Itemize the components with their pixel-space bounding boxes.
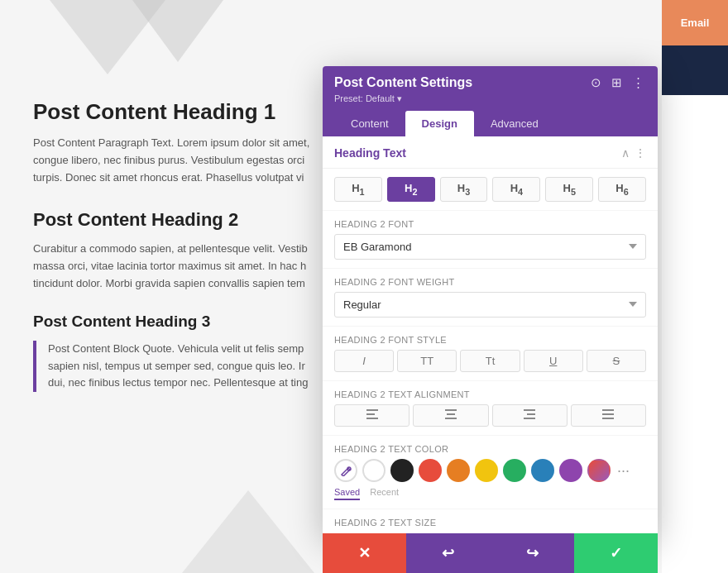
color-swatch-white[interactable]: [362, 459, 386, 482]
font-weight-field-group: Heading 2 Font Weight Regular Bold Light: [323, 269, 658, 327]
text-alignment-label: Heading 2 Text Alignment: [334, 389, 646, 399]
section-title: Heading Text: [334, 146, 406, 160]
tab-advanced[interactable]: Advanced: [474, 111, 555, 136]
style-btn-italic[interactable]: I: [334, 350, 394, 372]
style-btn-strikethrough[interactable]: S: [587, 350, 646, 372]
heading-level-tabs: H1 H2 H3 H4 H5 H6: [323, 169, 658, 211]
sidebar-navy-block: [662, 45, 728, 95]
heading-tab-h1[interactable]: H1: [334, 177, 382, 202]
sidebar-email-button[interactable]: Email: [662, 0, 728, 45]
svg-rect-0: [366, 409, 378, 411]
font-weight-select[interactable]: Regular Bold Light: [334, 292, 646, 318]
font-style-buttons: I TT Tt U S: [334, 350, 646, 372]
triangle-decoration-3: [182, 490, 314, 573]
svg-rect-5: [445, 418, 457, 419]
text-size-label: Heading 2 Text Size: [334, 518, 646, 528]
page-heading-3: Post Content Heading 3: [33, 313, 314, 331]
text-alignment-field-group: Heading 2 Text Alignment: [323, 381, 658, 436]
svg-rect-4: [447, 413, 455, 415]
panel-title: Post Content Settings: [334, 75, 472, 90]
panel-tabs: Content Design Advanced: [334, 111, 646, 136]
redo-button[interactable]: ↪: [491, 533, 574, 573]
heading-tab-h3[interactable]: H3: [440, 177, 488, 202]
color-swatch-red[interactable]: [419, 459, 442, 482]
heading-tab-h6[interactable]: H6: [598, 177, 646, 202]
heading-tab-h5[interactable]: H5: [545, 177, 593, 202]
svg-rect-6: [524, 409, 535, 411]
svg-rect-1: [366, 413, 375, 415]
color-section: Heading 2 Text Color ···: [323, 436, 658, 509]
align-btn-right[interactable]: [492, 404, 568, 427]
svg-rect-9: [602, 409, 614, 411]
color-swatch-green[interactable]: [503, 459, 526, 482]
svg-rect-8: [524, 418, 535, 419]
color-swatch-blue[interactable]: [531, 459, 554, 482]
color-swatch-orange[interactable]: [447, 459, 470, 482]
panel-icon-settings[interactable]: ⊙: [589, 74, 603, 90]
color-tab-recent[interactable]: Recent: [370, 487, 399, 500]
tab-content[interactable]: Content: [334, 111, 405, 136]
align-btn-center[interactable]: [413, 404, 488, 427]
color-tabs: Saved Recent: [334, 487, 646, 500]
page-content-area: Post Content Heading 1 Post Content Para…: [17, 83, 331, 417]
style-btn-underline[interactable]: U: [524, 350, 583, 372]
page-paragraph-1: Post Content Paragraph Text. Lorem ipsum…: [33, 135, 314, 186]
panel-header-top: Post Content Settings ⊙ ⊞ ⋮: [334, 74, 646, 90]
page-heading-2: Post Content Heading 2: [33, 209, 314, 231]
font-select[interactable]: EB Garamond Arial Georgia: [334, 234, 646, 260]
panel-icon-more[interactable]: ⋮: [630, 74, 646, 90]
section-controls: ∧ ⋮: [621, 146, 646, 160]
heading-tab-h2[interactable]: H2: [387, 177, 435, 202]
panel-header-icons: ⊙ ⊞ ⋮: [589, 74, 646, 90]
svg-rect-3: [445, 409, 457, 411]
font-field-group: Heading 2 Font EB Garamond Arial Georgia: [323, 211, 658, 269]
heading-tab-h4[interactable]: H4: [492, 177, 540, 202]
blockquote: Post Content Block Quote. Vehicula velit…: [33, 341, 314, 392]
font-style-label: Heading 2 Font Style: [334, 335, 646, 345]
color-swatch-purple[interactable]: [559, 459, 582, 482]
page-heading-1: Post Content Heading 1: [33, 99, 314, 125]
color-more-button[interactable]: ···: [617, 463, 630, 478]
blockquote-text: Post Content Block Quote. Vehicula velit…: [48, 341, 314, 392]
section-heading-text: Heading Text ∧ ⋮: [323, 136, 658, 169]
color-tab-saved[interactable]: Saved: [334, 487, 360, 500]
sidebar-right: Email: [662, 0, 728, 573]
svg-rect-7: [527, 413, 535, 415]
alignment-buttons: [334, 404, 646, 427]
save-button[interactable]: ✓: [574, 533, 658, 573]
font-style-field-group: Heading 2 Font Style I TT Tt U S: [323, 327, 658, 381]
cancel-button[interactable]: ✕: [323, 533, 406, 573]
svg-rect-10: [602, 413, 614, 415]
undo-button[interactable]: ↩: [406, 533, 490, 573]
color-swatch-yellow[interactable]: [475, 459, 498, 482]
style-btn-caps[interactable]: Tt: [460, 350, 520, 372]
panel-body: Heading Text ∧ ⋮ H1 H2 H3 H4 H5 H6 Headi…: [323, 136, 658, 537]
section-more-icon[interactable]: ⋮: [635, 146, 646, 160]
color-swatch-black[interactable]: [390, 459, 414, 482]
section-collapse-icon[interactable]: ∧: [621, 146, 630, 160]
color-swatch-gradient[interactable]: [587, 459, 611, 482]
bottom-toolbar: ✕ ↩ ↪ ✓: [323, 533, 658, 573]
page-paragraph-2: Curabitur a commodo sapien, at pellentes…: [33, 241, 314, 292]
panel-preset[interactable]: Preset: Default ▾: [334, 93, 646, 104]
align-btn-left[interactable]: [334, 404, 410, 427]
settings-panel: Post Content Settings ⊙ ⊞ ⋮ Preset: Defa…: [323, 66, 658, 537]
font-label: Heading 2 Font: [334, 219, 646, 229]
panel-icon-layout[interactable]: ⊞: [610, 74, 624, 90]
svg-rect-2: [366, 418, 378, 419]
color-picker-button[interactable]: [334, 459, 357, 482]
align-btn-justify[interactable]: [571, 404, 646, 427]
tab-design[interactable]: Design: [405, 111, 474, 136]
color-swatches: ···: [334, 459, 646, 482]
font-weight-label: Heading 2 Font Weight: [334, 277, 646, 287]
color-label: Heading 2 Text Color: [334, 444, 646, 454]
triangle-decoration-2: [132, 0, 223, 62]
svg-rect-11: [602, 418, 614, 419]
panel-header: Post Content Settings ⊙ ⊞ ⋮ Preset: Defa…: [323, 66, 658, 136]
style-btn-bold[interactable]: TT: [397, 350, 457, 372]
